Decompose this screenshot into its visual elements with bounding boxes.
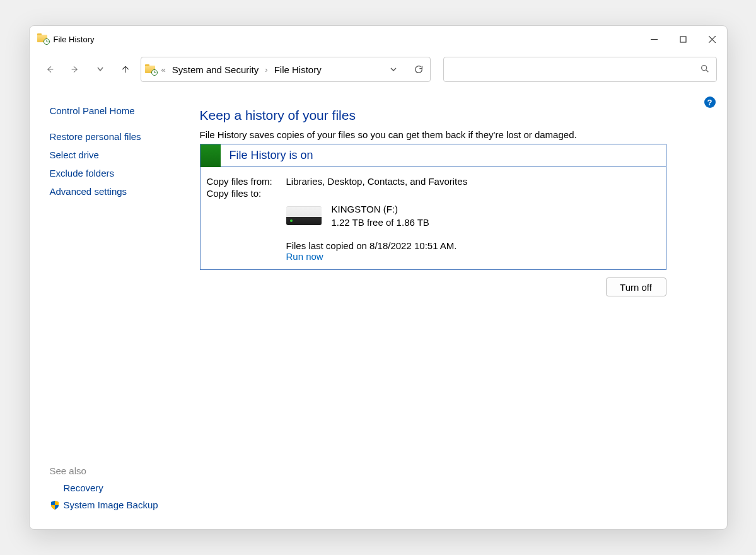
- address-icon: [145, 64, 156, 74]
- search-box[interactable]: [443, 57, 717, 82]
- drive-free-space: 1.22 TB free of 1.86 TB: [332, 216, 660, 229]
- toolbar: « System and Security › File History: [30, 52, 727, 86]
- see-also-system-image-backup[interactable]: System Image Backup: [36, 500, 189, 510]
- see-also-label: System Image Backup: [64, 500, 158, 510]
- page-description: File History saves copies of your files …: [200, 129, 677, 140]
- nav-back-button[interactable]: [40, 59, 60, 79]
- app-icon: [37, 33, 49, 45]
- address-bar[interactable]: « System and Security › File History: [141, 57, 431, 82]
- svg-line-5: [706, 70, 708, 72]
- sidebar-link-select-drive[interactable]: Select drive: [50, 149, 189, 160]
- address-dropdown-button[interactable]: [386, 62, 401, 77]
- turn-off-button[interactable]: Turn off: [606, 278, 666, 296]
- nav-forward-button[interactable]: [65, 59, 85, 79]
- search-input[interactable]: [450, 64, 700, 76]
- maximize-button[interactable]: [669, 26, 698, 52]
- search-icon: [700, 64, 710, 76]
- refresh-button[interactable]: [411, 62, 426, 77]
- see-also-heading: See also: [50, 465, 189, 476]
- window-frame: File History « System and: [29, 25, 728, 530]
- drive-icon: [286, 206, 322, 225]
- last-copied-text: Files last copied on 8/18/2022 10:51 AM.: [286, 240, 660, 251]
- status-header: File History is on: [201, 144, 666, 167]
- sidebar-link-exclude-folders[interactable]: Exclude folders: [50, 168, 189, 178]
- titlebar: File History: [30, 26, 727, 52]
- sidebar-link-restore[interactable]: Restore personal files: [50, 131, 189, 142]
- sidebar-link-advanced-settings[interactable]: Advanced settings: [50, 186, 189, 197]
- drive-name: KINGSTON (F:): [332, 202, 660, 216]
- breadcrumb-parent[interactable]: System and Security: [171, 62, 260, 78]
- status-panel: File History is on Copy files from: Libr…: [200, 144, 666, 270]
- svg-point-4: [701, 65, 706, 70]
- minimize-button[interactable]: [640, 26, 669, 52]
- window-title: File History: [54, 35, 95, 44]
- page-heading: Keep a history of your files: [200, 108, 677, 123]
- run-now-link[interactable]: Run now: [286, 251, 323, 262]
- status-indicator-icon: [201, 144, 221, 167]
- main-content: Keep a history of your files File Histor…: [200, 86, 727, 529]
- see-also-label: Recovery: [64, 482, 103, 493]
- help-button[interactable]: ?: [704, 96, 716, 108]
- control-panel-home-link[interactable]: Control Panel Home: [50, 105, 189, 116]
- nav-up-button[interactable]: [115, 59, 136, 79]
- nav-recent-button[interactable]: [90, 59, 110, 79]
- copy-from-label: Copy files from:: [207, 176, 286, 187]
- close-button[interactable]: [698, 26, 727, 52]
- chevron-left-icon: «: [160, 65, 167, 74]
- svg-rect-1: [680, 37, 686, 42]
- copy-to-label: Copy files to:: [207, 188, 286, 199]
- status-title: File History is on: [221, 149, 313, 162]
- shield-icon: [50, 500, 60, 510]
- sidebar: Control Panel Home Restore personal file…: [30, 86, 200, 529]
- see-also-recovery[interactable]: Recovery: [36, 482, 189, 493]
- chevron-right-icon: ›: [264, 65, 269, 74]
- copy-from-value: Libraries, Desktop, Contacts, and Favori…: [286, 176, 660, 187]
- breadcrumb-current[interactable]: File History: [273, 62, 323, 78]
